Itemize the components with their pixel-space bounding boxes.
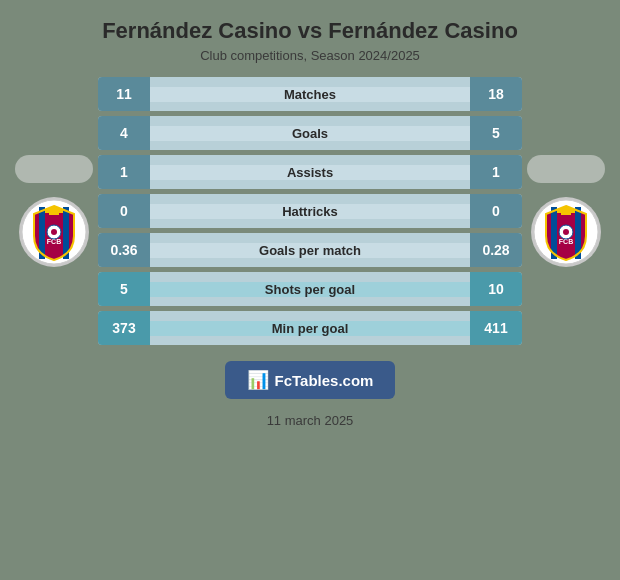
svg-point-5	[51, 229, 57, 235]
stat-label-5: Shots per goal	[150, 282, 470, 297]
stat-label-4: Goals per match	[150, 243, 470, 258]
stat-row-0: 11Matches18	[98, 77, 522, 111]
date-footer: 11 march 2025	[267, 413, 354, 428]
svg-rect-2	[45, 209, 63, 213]
stat-right-0: 18	[470, 77, 522, 111]
left-team-badge: FCB	[19, 197, 89, 267]
stat-right-6: 411	[470, 311, 522, 345]
page-subtitle: Club competitions, Season 2024/2025	[200, 48, 420, 63]
stat-row-5: 5Shots per goal10	[98, 272, 522, 306]
right-team-badge: FCB	[531, 197, 601, 267]
watermark-text: FcTables.com	[275, 372, 374, 389]
stat-left-3: 0	[98, 194, 150, 228]
stat-right-5: 10	[470, 272, 522, 306]
stat-label-3: Hattricks	[150, 204, 470, 219]
right-deco	[527, 155, 605, 183]
stat-label-0: Matches	[150, 87, 470, 102]
svg-rect-8	[557, 209, 575, 213]
stat-row-2: 1Assists1	[98, 155, 522, 189]
left-deco	[15, 155, 93, 183]
stat-label-2: Assists	[150, 165, 470, 180]
svg-point-11	[563, 229, 569, 235]
stats-table: 11Matches184Goals51Assists10Hattricks00.…	[98, 77, 522, 345]
stat-left-1: 4	[98, 116, 150, 150]
stat-label-1: Goals	[150, 126, 470, 141]
right-team-col: FCB	[522, 155, 610, 267]
stat-label-6: Min per goal	[150, 321, 470, 336]
stat-right-4: 0.28	[470, 233, 522, 267]
stat-left-6: 373	[98, 311, 150, 345]
stat-row-4: 0.36Goals per match0.28	[98, 233, 522, 267]
stat-row-3: 0Hattricks0	[98, 194, 522, 228]
stat-left-5: 5	[98, 272, 150, 306]
watermark: 📊 FcTables.com	[225, 361, 396, 399]
stat-right-1: 5	[470, 116, 522, 150]
stat-row-1: 4Goals5	[98, 116, 522, 150]
stat-left-0: 11	[98, 77, 150, 111]
stat-left-4: 0.36	[98, 233, 150, 267]
stat-right-3: 0	[470, 194, 522, 228]
stat-row-6: 373Min per goal411	[98, 311, 522, 345]
watermark-icon: 📊	[247, 369, 269, 391]
stat-right-2: 1	[470, 155, 522, 189]
left-team-col: FCB	[10, 155, 98, 267]
stat-left-2: 1	[98, 155, 150, 189]
page-title: Fernández Casino vs Fernández Casino	[102, 18, 518, 44]
